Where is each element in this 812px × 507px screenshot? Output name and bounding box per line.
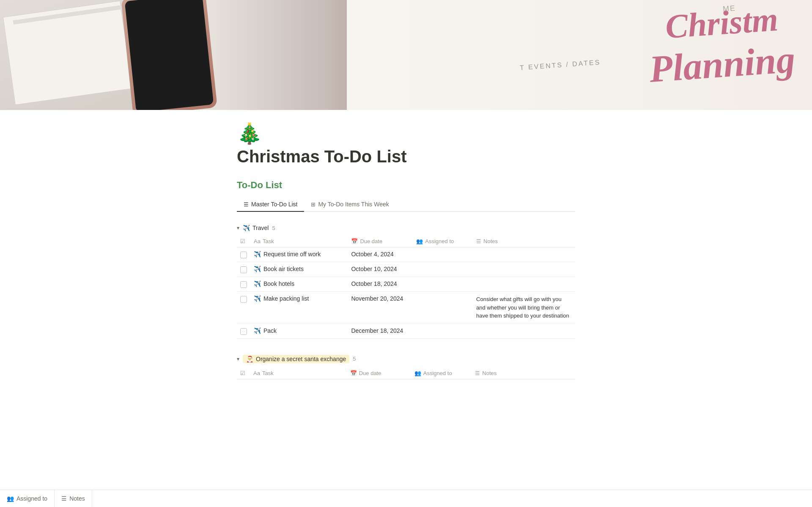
- row-checkbox[interactable]: [240, 266, 247, 273]
- list-icon: ☰: [244, 201, 249, 208]
- group-secret-santa: ▾ 🎅 Organize a secret santa exchange 5 ☑: [237, 352, 575, 379]
- th-notes: ☰ Notes: [473, 236, 575, 247]
- group-secret-santa-count: 5: [353, 356, 356, 362]
- row-task-cell: ✈️ Make packing list: [250, 292, 348, 324]
- table-row: ✈️ Request time off work October 4, 2024: [237, 247, 575, 262]
- tabs-row: ☰ Master To-Do List ⊞ My To-Do Items Thi…: [237, 197, 575, 212]
- row-notes-cell[interactable]: [473, 277, 575, 292]
- page-icon: 🎄: [237, 123, 575, 144]
- table-row: ✈️ Pack December 18, 2024: [237, 323, 575, 338]
- hero-banner: Christm Planning T EVENTS / DATES ME: [0, 0, 812, 110]
- row-assigned-cell[interactable]: [413, 292, 473, 324]
- group-secret-santa-label: 🎅 Organize a secret santa exchange: [243, 355, 349, 363]
- table-row: ✈️ Book hotels October 18, 2024: [237, 277, 575, 292]
- th-task: Aa Task: [250, 367, 347, 379]
- row-notes-cell[interactable]: [473, 262, 575, 277]
- row-checkbox-cell: [237, 247, 250, 262]
- tab-week[interactable]: ⊞ My To-Do Items This Week: [304, 197, 395, 212]
- row-duedate-cell: October 10, 2024: [348, 262, 413, 277]
- row-notes-cell[interactable]: Consider what gifts will go with you and…: [473, 292, 575, 324]
- row-assigned-cell[interactable]: [413, 277, 473, 292]
- row-task-cell: ✈️ Book hotels: [250, 277, 348, 292]
- travel-table: ☑ Aa Task 📅 Due date: [237, 236, 575, 339]
- task-emoji: ✈️: [254, 280, 261, 287]
- th-duedate: 📅 Due date: [347, 367, 411, 379]
- table-row: ✈️ Make packing list November 20, 2024 C…: [237, 292, 575, 324]
- row-task-cell: ✈️ Pack: [250, 323, 348, 338]
- secret-santa-table: ☑ Aa Task 📅 Due date: [237, 367, 575, 379]
- task-emoji: ✈️: [254, 266, 261, 272]
- grid-icon: ⊞: [311, 201, 315, 208]
- row-assigned-cell[interactable]: [413, 262, 473, 277]
- group-travel: ▾ ✈️ Travel 5 ☑ Aa Task: [237, 222, 575, 339]
- row-duedate-cell: October 4, 2024: [348, 247, 413, 262]
- group-travel-count: 5: [272, 225, 275, 231]
- section-title: To-Do List: [237, 180, 575, 191]
- task-emoji: ✈️: [254, 295, 261, 302]
- row-checkbox-cell: [237, 292, 250, 324]
- page-title: Christmas To-Do List: [237, 147, 575, 166]
- task-emoji: ✈️: [254, 327, 261, 334]
- table-row: ✈️ Book air tickets October 10, 2024: [237, 262, 575, 277]
- th-notes: ☰ Notes: [472, 367, 575, 379]
- row-checkbox-cell: [237, 262, 250, 277]
- row-duedate-cell: October 18, 2024: [348, 277, 413, 292]
- row-notes-cell[interactable]: [473, 323, 575, 338]
- row-assigned-cell[interactable]: [413, 323, 473, 338]
- chevron-icon: ▾: [237, 225, 239, 231]
- row-task-cell: ✈️ Request time off work: [250, 247, 348, 262]
- row-checkbox[interactable]: [240, 252, 247, 258]
- task-emoji: ✈️: [254, 251, 261, 258]
- row-task-cell: ✈️ Book air tickets: [250, 262, 348, 277]
- th-assigned: 👥 Assigned to: [411, 367, 472, 379]
- group-travel-header[interactable]: ▾ ✈️ Travel 5: [237, 222, 575, 234]
- th-assigned: 👥 Assigned to: [413, 236, 473, 247]
- tab-master[interactable]: ☰ Master To-Do List: [237, 197, 304, 212]
- row-checkbox[interactable]: [240, 296, 247, 303]
- row-checkbox-cell: [237, 323, 250, 338]
- row-duedate-cell: November 20, 2024: [348, 292, 413, 324]
- th-duedate: 📅 Due date: [348, 236, 413, 247]
- th-checkbox: ☑: [237, 236, 250, 247]
- th-checkbox: ☑: [237, 367, 250, 379]
- chevron-icon: ▾: [237, 356, 239, 362]
- th-task: Aa Task: [250, 236, 348, 247]
- row-checkbox[interactable]: [240, 281, 247, 288]
- row-checkbox-cell: [237, 277, 250, 292]
- row-duedate-cell: December 18, 2024: [348, 323, 413, 338]
- row-checkbox[interactable]: [240, 328, 247, 335]
- group-travel-label: ✈️ Travel: [243, 225, 269, 231]
- row-notes-cell[interactable]: [473, 247, 575, 262]
- row-assigned-cell[interactable]: [413, 247, 473, 262]
- group-secret-santa-header[interactable]: ▾ 🎅 Organize a secret santa exchange 5: [237, 352, 575, 366]
